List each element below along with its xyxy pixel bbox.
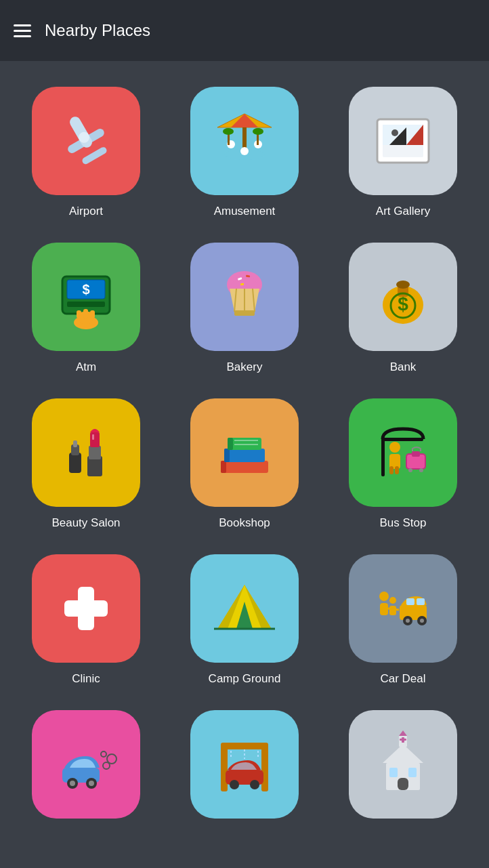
airplane-icon — [52, 107, 120, 175]
moneybag-icon: $ — [369, 263, 437, 331]
svg-rect-54 — [224, 449, 265, 462]
car-carwash2-icon — [211, 730, 278, 798]
svg-point-83 — [379, 592, 389, 601]
svg-point-14 — [253, 128, 263, 135]
svg-rect-61 — [381, 438, 423, 441]
svg-rect-31 — [90, 310, 95, 318]
svg-rect-60 — [381, 439, 385, 476]
svg-rect-71 — [64, 600, 108, 617]
cupcake-icon — [211, 263, 278, 331]
bus-stop-icon-bg — [349, 398, 457, 507]
svg-rect-57 — [228, 438, 233, 450]
grid-item-bus-stop[interactable]: Bus Stop — [324, 386, 482, 542]
lipstick-icon — [52, 419, 120, 487]
bakery-icon-bg — [190, 243, 299, 351]
svg-rect-113 — [408, 768, 417, 777]
grid-item-airport[interactable]: Airport — [7, 75, 165, 230]
car-deal-icon — [369, 575, 437, 642]
svg-rect-46 — [89, 446, 101, 459]
svg-rect-2 — [81, 146, 108, 165]
car-deal-label: Car Deal — [380, 672, 425, 686]
tent-icon — [211, 575, 278, 642]
clinic-label: Clinic — [72, 672, 100, 686]
bus-stop-label: Bus Stop — [380, 516, 427, 530]
art-gallery-icon — [369, 107, 437, 175]
grid-item-bank[interactable]: $ Bank — [324, 230, 482, 386]
bookshop-label: Bookshop — [219, 516, 270, 530]
camp-ground-label: Camp Ground — [209, 672, 281, 686]
grid-item-beauty-salon[interactable]: Beauty Salon — [7, 386, 165, 542]
beauty-salon-icon-bg — [32, 398, 140, 507]
svg-rect-47 — [90, 432, 100, 447]
airport-label: Airport — [69, 205, 103, 218]
svg-line-87 — [388, 608, 399, 610]
bookshop-icon-bg — [190, 398, 299, 507]
svg-rect-63 — [412, 451, 420, 457]
car-service-icon-bg — [190, 710, 299, 819]
svg-marker-106 — [383, 744, 423, 763]
grid-item-car-deal[interactable]: Car Deal — [324, 542, 482, 698]
svg-point-10 — [240, 147, 249, 155]
svg-rect-98 — [221, 743, 268, 749]
church-icon-bg — [349, 710, 457, 819]
svg-point-42 — [396, 281, 410, 289]
svg-point-80 — [406, 619, 410, 623]
svg-rect-111 — [398, 778, 408, 790]
carousel-icon — [211, 107, 278, 175]
grid-item-bakery[interactable]: Bakery — [165, 230, 324, 386]
bakery-label: Bakery — [227, 360, 263, 374]
svg-rect-69 — [395, 466, 399, 474]
svg-point-66 — [389, 442, 400, 453]
svg-rect-51 — [92, 434, 94, 440]
atm-icon: $ — [52, 263, 120, 331]
svg-point-85 — [389, 597, 396, 604]
church-icon — [369, 730, 437, 798]
svg-point-101 — [250, 780, 259, 789]
car-wash-icon — [52, 730, 120, 798]
menu-button[interactable] — [14, 24, 31, 37]
places-grid: Airport Amusement — [0, 61, 489, 854]
svg-point-92 — [89, 781, 94, 786]
art-gallery-label: Art Gallery — [376, 205, 430, 218]
grid-item-bookshop[interactable]: Bookshop — [165, 386, 324, 542]
svg-rect-96 — [221, 744, 228, 791]
car-deal-icon-bg — [349, 554, 457, 663]
cross-icon — [52, 575, 120, 642]
atm-icon-bg: $ — [32, 243, 140, 351]
svg-point-64 — [408, 468, 412, 472]
svg-rect-48 — [69, 453, 81, 473]
bank-label: Bank — [390, 360, 417, 374]
grid-item-amusement[interactable]: Amusement — [165, 75, 324, 230]
car-wash-icon-bg — [32, 710, 140, 819]
grid-item-art-gallery[interactable]: Art Gallery — [324, 75, 482, 230]
svg-rect-68 — [389, 466, 394, 474]
svg-point-82 — [420, 619, 424, 623]
svg-rect-77 — [406, 598, 414, 605]
svg-rect-39 — [234, 310, 255, 316]
art-gallery-icon-bg — [349, 87, 457, 195]
svg-rect-110 — [400, 739, 406, 741]
atm-label: Atm — [76, 360, 96, 374]
grid-item-car-wash[interactable] — [7, 698, 165, 840]
svg-point-100 — [230, 780, 239, 789]
amusement-label: Amusement — [214, 205, 276, 218]
svg-rect-78 — [417, 598, 425, 605]
svg-point-90 — [70, 781, 75, 786]
svg-rect-86 — [389, 606, 396, 615]
page-title: Nearby Places — [45, 21, 150, 40]
svg-rect-55 — [224, 449, 230, 462]
svg-rect-52 — [221, 461, 268, 473]
beauty-salon-label: Beauty Salon — [51, 516, 120, 530]
airport-icon-bg — [32, 87, 140, 195]
books-icon — [211, 419, 278, 487]
svg-text:$: $ — [82, 282, 89, 297]
grid-item-clinic[interactable]: Clinic — [7, 542, 165, 698]
grid-item-church[interactable] — [324, 698, 482, 840]
grid-item-atm[interactable]: $ Atm — [7, 230, 165, 386]
grid-item-car-service[interactable] — [165, 698, 324, 840]
svg-point-20 — [391, 129, 398, 136]
bank-icon-bg: $ — [349, 243, 457, 351]
svg-text:$: $ — [398, 293, 408, 314]
svg-rect-50 — [73, 440, 77, 447]
grid-item-camp-ground[interactable]: Camp Ground — [165, 542, 324, 698]
